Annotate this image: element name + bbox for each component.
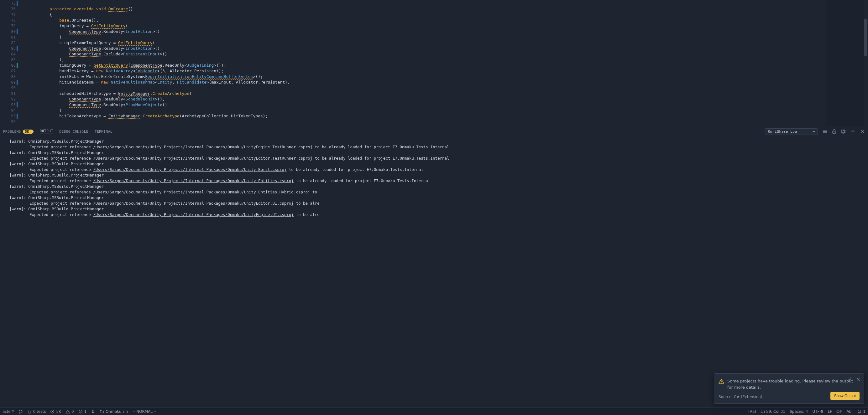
svg-rect-0 <box>833 131 836 133</box>
tab-label: PROBLEMS <box>3 130 21 134</box>
tab-output[interactable]: OUTPUT <box>40 129 53 134</box>
bottom-panel: PROBLEMS 5K+ OUTPUT DEBUG CONSOLE TERMIN… <box>0 126 868 408</box>
lock-icon[interactable] <box>832 129 837 134</box>
bell-icon[interactable]: 1 <box>857 409 866 414</box>
status-vim-mode: -- NORMAL -- <box>132 409 156 414</box>
status-eol[interactable]: LF <box>828 409 832 414</box>
tab-problems[interactable]: PROBLEMS 5K+ <box>3 130 34 134</box>
flame-icon[interactable] <box>91 409 95 414</box>
panel-actions: OmniSharp Log <box>765 128 865 135</box>
editor-area: 7576777879808182838485868788899091929394… <box>0 0 868 126</box>
status-tests[interactable]: 0 tests <box>27 409 46 414</box>
show-output-button[interactable]: Show Output <box>830 392 860 400</box>
list-icon[interactable] <box>822 129 827 134</box>
panel-tabs: PROBLEMS 5K+ OUTPUT DEBUG CONSOLE TERMIN… <box>0 126 868 137</box>
editor-scrollbar[interactable] <box>864 0 868 126</box>
tab-debug-console[interactable]: DEBUG CONSOLE <box>59 130 88 134</box>
code-view[interactable]: protected override void OnCreate() { bas… <box>18 0 826 126</box>
notification-toast: Some projects have trouble loading. Plea… <box>714 373 864 404</box>
scrollbar-thumb[interactable] <box>864 19 867 56</box>
status-position[interactable]: Ln 59, Col 31 <box>761 409 785 414</box>
status-warnings[interactable]: 0 <box>65 409 74 414</box>
sync-icon[interactable] <box>19 409 23 414</box>
output-view[interactable]: [warn]: OmniSharp.MSBuild.ProjectManager… <box>0 137 868 408</box>
tab-label: DEBUG CONSOLE <box>59 130 88 134</box>
tab-terminal[interactable]: TERMINAL <box>95 130 113 134</box>
status-errors[interactable]: 5K <box>50 409 61 414</box>
line-gutter: 7576777879808182838485868788899091929394… <box>0 0 18 126</box>
statusbar: aster* 0 tests 5K 0 1 Onmaku.sln -- NORM… <box>0 408 868 415</box>
status-ab[interactable]: Ab| <box>846 409 852 414</box>
dropdown-value: OmniSharp Log <box>768 130 797 134</box>
warning-icon <box>718 378 724 390</box>
tab-label: OUTPUT <box>40 129 53 133</box>
status-info[interactable]: 1 <box>78 409 87 414</box>
close-icon[interactable] <box>856 377 861 382</box>
output-channel-dropdown[interactable]: OmniSharp Log <box>765 128 818 135</box>
svg-point-2 <box>849 379 851 380</box>
status-language[interactable]: C# <box>836 409 842 414</box>
status-solution[interactable]: Onmaku.sln <box>100 409 128 414</box>
clear-icon[interactable] <box>841 129 846 134</box>
chevron-up-icon[interactable] <box>850 129 856 134</box>
minimap[interactable] <box>826 0 864 126</box>
status-spaces[interactable]: Spaces: 4 <box>790 409 808 414</box>
gear-icon[interactable] <box>848 377 852 382</box>
status-encoding[interactable]: UTF-8 <box>812 409 823 414</box>
problems-badge: 5K+ <box>23 130 34 134</box>
status-branch[interactable]: aster* <box>2 409 14 414</box>
notification-message: Some projects have trouble loading. Plea… <box>727 378 860 390</box>
tab-label: TERMINAL <box>95 130 113 134</box>
status-match-case[interactable]: [Aa] <box>748 409 756 414</box>
close-icon[interactable] <box>860 129 865 134</box>
